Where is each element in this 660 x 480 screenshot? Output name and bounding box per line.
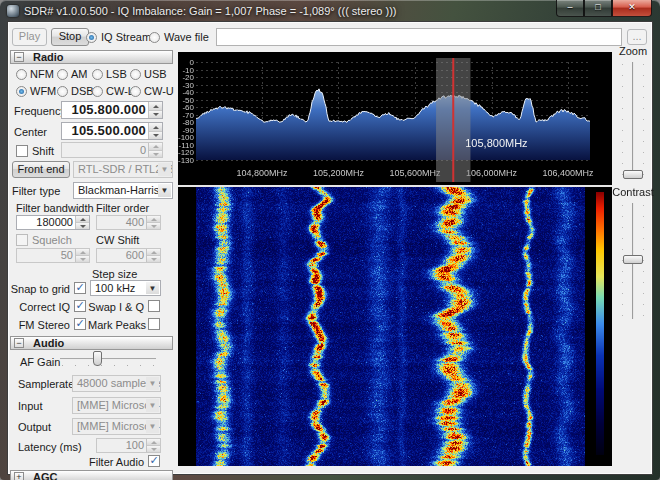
filter-bandwidth-label: Filter bandwidth (16, 202, 94, 214)
spectrum-display[interactable] (178, 52, 612, 185)
squelch-field: 50 (16, 248, 90, 263)
waterfall-canvas[interactable] (178, 187, 612, 466)
sdr-sharp-window: SDR# v1.0.0.500 - IQ Imbalance: Gain = 1… (0, 0, 660, 480)
center-label: Center (14, 126, 47, 138)
zoom-slider[interactable] (614, 60, 652, 182)
zoom-ticks-left (622, 64, 623, 176)
collapse-radio-icon[interactable]: − (14, 52, 24, 62)
browse-button[interactable]: ... (627, 29, 647, 45)
output-label: Output (18, 421, 51, 433)
mode-radio-cwl[interactable] (92, 86, 103, 97)
minimize-button[interactable]: – (556, 0, 584, 17)
mode-radio-wfm[interactable] (16, 86, 27, 97)
audio-section-header[interactable]: − Audio (10, 336, 173, 350)
dropdown-arrow-icon: ▼ (158, 163, 171, 176)
filter-type-combo[interactable]: Blackman-Harris ▼ (73, 182, 173, 199)
fm-stereo-checkbox[interactable] (74, 318, 86, 330)
contrast-slider[interactable] (614, 201, 652, 323)
swap-iq-checkbox[interactable] (148, 300, 160, 312)
maximize-button[interactable]: □ (584, 0, 612, 17)
front-end-button[interactable]: Front end (12, 161, 70, 178)
waterfall-display[interactable] (178, 187, 612, 466)
dropdown-arrow-icon: ▼ (146, 377, 159, 390)
iq-stream-radio[interactable] (86, 32, 97, 43)
mode-radio-usb[interactable] (130, 69, 141, 80)
zoom-label: Zoom (614, 45, 652, 57)
shift-label: Shift (32, 145, 54, 157)
af-gain-label: AF Gain (20, 356, 60, 368)
agc-section-header[interactable]: + AGC (10, 470, 173, 480)
filter-bandwidth-spinner[interactable] (75, 216, 89, 229)
collapse-audio-icon[interactable]: − (14, 338, 24, 348)
squelch-label: Squelch (32, 234, 72, 246)
mode-label-lsb: LSB (106, 68, 127, 80)
step-size-label: Step size (92, 268, 137, 280)
center-field[interactable]: 105.500.000 (61, 122, 163, 140)
af-gain-ticks (62, 365, 154, 366)
input-label: Input (18, 400, 42, 412)
af-gain-slider[interactable] (60, 350, 156, 370)
caption-buttons: – □ ✕ (556, 0, 652, 17)
play-button[interactable]: Play (12, 28, 47, 46)
filter-order-label: Filter order (96, 202, 149, 214)
shift-spinner (148, 143, 162, 157)
output-combo: [MME] Microsoft-geluids ▼ (72, 418, 161, 435)
snap-to-grid-checkbox[interactable] (74, 282, 86, 294)
wave-file-label: Wave file (164, 31, 209, 43)
spectrum-canvas[interactable] (178, 52, 612, 185)
input-combo: [MME] Microsoft-geluids ▼ (72, 397, 161, 414)
zoom-track (632, 62, 634, 178)
app-icon (7, 5, 19, 17)
close-button[interactable]: ✕ (612, 0, 652, 17)
mode-radio-cwu[interactable] (130, 86, 141, 97)
squelch-checkbox[interactable] (16, 234, 28, 246)
dropdown-arrow-icon: ▼ (158, 184, 171, 197)
af-gain-track (60, 358, 156, 360)
mode-label-dsb: DSB (71, 85, 94, 97)
wave-file-radio[interactable] (149, 32, 160, 43)
cw-shift-field: 600 (96, 248, 161, 263)
contrast-thumb[interactable] (623, 255, 643, 264)
mode-radio-dsb[interactable] (57, 86, 68, 97)
correct-iq-label: Correct IQ (8, 301, 70, 313)
contrast-ticks-right (643, 205, 644, 317)
samplerate-combo: 48000 sample/sec ▼ (72, 375, 161, 392)
mode-label-cwu: CW-U (144, 85, 174, 97)
frequency-label: Frequency (14, 105, 66, 117)
af-gain-thumb[interactable] (93, 351, 102, 366)
mark-peaks-checkbox[interactable] (148, 318, 160, 330)
zoom-ticks-right (643, 64, 644, 176)
filter-bandwidth-field[interactable]: 180000 (16, 215, 90, 230)
mode-radio-am[interactable] (57, 69, 68, 80)
mode-label-usb: USB (144, 68, 167, 80)
shift-field: 0 (61, 142, 163, 158)
shift-checkbox[interactable] (16, 145, 28, 157)
filter-audio-checkbox[interactable] (148, 455, 160, 467)
fm-stereo-label: FM Stereo (8, 319, 70, 331)
mark-peaks-label: Mark Peaks (88, 319, 144, 331)
radio-section-header[interactable]: − Radio (10, 50, 173, 64)
mode-radio-lsb[interactable] (92, 69, 103, 80)
samplerate-label: Samplerate (18, 378, 74, 390)
dropdown-arrow-icon: ▼ (146, 282, 159, 294)
correct-iq-checkbox[interactable] (74, 300, 86, 312)
cw-shift-spinner (146, 249, 160, 262)
client-area: Play Stop IQ Stream Wave file ... − Radi… (8, 22, 652, 474)
frequency-field[interactable]: 105.800.000 (61, 101, 163, 119)
filter-order-field: 400 (96, 215, 161, 230)
contrast-label: Contrast (608, 186, 658, 198)
step-size-combo[interactable]: 100 kHz ▼ (90, 280, 161, 296)
latency-field: 100 (96, 438, 161, 453)
stop-button[interactable]: Stop (51, 28, 89, 46)
center-spinner[interactable] (148, 123, 162, 139)
zoom-thumb[interactable] (623, 170, 643, 179)
mode-radio-nfm[interactable] (16, 69, 27, 80)
mode-label-am: AM (71, 68, 88, 80)
filter-order-spinner (146, 216, 160, 229)
filter-type-label: Filter type (12, 185, 60, 197)
expand-agc-icon[interactable]: + (14, 472, 24, 480)
cw-shift-label: CW Shift (96, 234, 139, 246)
frequency-spinner[interactable] (148, 102, 162, 118)
latency-spinner (146, 439, 160, 452)
record-path-input[interactable] (216, 28, 622, 46)
